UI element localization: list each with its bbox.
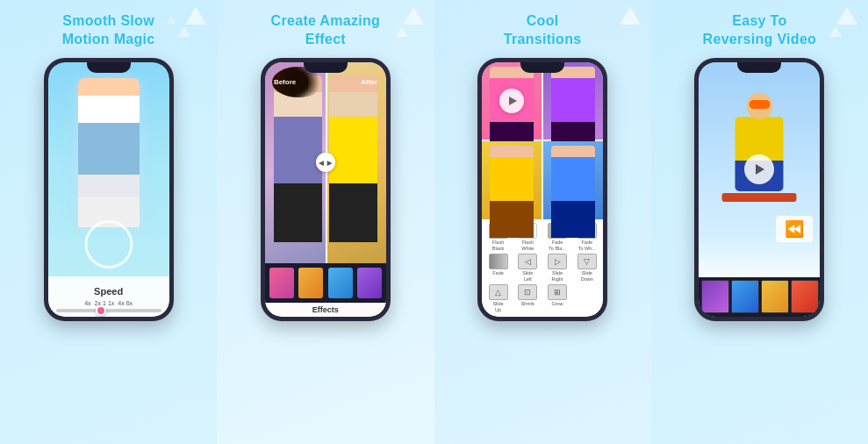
before-label: Before: [274, 78, 296, 86]
speed-ticks: 4x 2x 1 1x 4x 6x: [84, 300, 133, 306]
transitions-grid: [482, 62, 603, 219]
goggles: [749, 100, 770, 109]
filmstrip: [699, 277, 820, 317]
fade-box: [489, 254, 508, 269]
phone-mockup-2: Before After ◄►: [261, 58, 391, 321]
triangle-small-2: [396, 26, 408, 37]
speed-slider[interactable]: [56, 309, 161, 312]
slide-right-label: Slide Right: [552, 270, 563, 282]
icon-slide-right: ▷ Slide Right: [543, 254, 572, 282]
panel-slow-motion: Smooth Slow Motion Magic Speed 4x 2x 1 1…: [0, 0, 217, 444]
effects-strip: [265, 263, 386, 303]
play-btn-4[interactable]: [744, 154, 774, 184]
icon-shrink: ⊡ Shrink: [513, 284, 542, 312]
triangle-large: [185, 7, 206, 25]
before-after-split: Before After ◄►: [265, 62, 386, 263]
icon-grow: ⊞ Grow: [543, 284, 572, 312]
flash-black-label: Flash Black: [492, 240, 504, 251]
trans-cell-4: [543, 141, 603, 219]
effect-thumb-3: [328, 268, 353, 298]
panel-transitions: Cool Transitions: [434, 0, 651, 444]
screen-4: ⏪: [699, 62, 820, 317]
phone-mockup-3: ■ Flash Black □ Flash White Fade To Bla.…: [477, 58, 607, 321]
screen-2: Before After ◄►: [265, 62, 386, 317]
panel-effects: Create Amazing Effect Before After ◄►: [217, 0, 434, 444]
shrink-box: ⊡: [518, 284, 537, 300]
grow-label: Grow: [551, 301, 563, 307]
split-handle[interactable]: ◄►: [316, 153, 335, 172]
effect-thumb-4: [357, 268, 382, 298]
trans-cell-2: [543, 62, 603, 140]
triangle-xs: [167, 16, 176, 24]
play-btn-1[interactable]: [499, 89, 524, 113]
panel-2-title: Create Amazing Effect: [271, 12, 381, 49]
effects-label: Effects: [265, 303, 386, 317]
film-frame-3: [761, 280, 789, 313]
head: [746, 93, 772, 119]
phone-mockup-1: Speed 4x 2x 1 1x 4x 6x: [44, 58, 174, 321]
rewind-button[interactable]: ⏪: [776, 216, 813, 242]
flash-white-label: Flash White: [521, 240, 534, 251]
fade-white-label: Fade To Wh...: [578, 240, 596, 251]
triangle-large-3: [620, 7, 641, 25]
icon-slide-up: △ Slide Up: [484, 284, 513, 312]
slide-up-label: Slide Up: [492, 301, 503, 312]
main-figure: [78, 78, 140, 227]
icon-slide-down: ▽ Slide Down: [572, 254, 601, 282]
circle-ring: [84, 220, 133, 269]
grow-box: ⊞: [548, 284, 567, 300]
panel-4-title: Easy To Reversing Video: [703, 12, 817, 49]
film-frame-2: [731, 280, 759, 313]
icon-slide-left: ◁ Slide Left: [513, 254, 542, 282]
snowboard-scene: ⏪: [699, 62, 820, 277]
slide-down-box: ▽: [577, 254, 597, 269]
triangle-small: [178, 26, 190, 37]
triangle-large-4: [836, 7, 857, 25]
snowboard: [722, 193, 797, 202]
trans-cell-1: [482, 62, 542, 140]
speed-label: Speed: [94, 286, 123, 297]
woman-before: [274, 75, 322, 242]
speed-section: Speed 4x 2x 1 1x 4x 6x: [48, 286, 169, 312]
phone-mockup-4: ⏪: [694, 58, 824, 321]
slide-left-box: ◁: [518, 254, 537, 269]
phone-notch-3: [520, 62, 564, 73]
phone-notch-2: [304, 62, 348, 73]
panel-1-title: Smooth Slow Motion Magic: [62, 12, 155, 49]
triangle-small-4: [829, 26, 842, 37]
screen-3: ■ Flash Black □ Flash White Fade To Bla.…: [482, 62, 603, 317]
film-frame-1: [701, 280, 729, 313]
slide-down-label: Slide Down: [581, 270, 593, 282]
screen-1: Speed 4x 2x 1 1x 4x 6x: [48, 62, 169, 317]
play-triangle-1: [509, 97, 517, 105]
fade-label: Fade: [492, 270, 504, 276]
trans-cell-3: [482, 141, 542, 219]
play-tri-4: [756, 164, 764, 175]
phone-notch-4: [737, 62, 781, 73]
girl-3: [490, 146, 534, 238]
icon-fade: Fade: [484, 254, 513, 282]
body: [735, 117, 784, 161]
snowboarder-figure: [722, 89, 797, 203]
triangle-large-2: [403, 7, 424, 25]
film-frame-4: [791, 280, 819, 313]
speed-thumb[interactable]: [96, 305, 106, 316]
shrink-label: Shrink: [520, 301, 534, 307]
panel-reverse: Easy To Reversing Video: [651, 0, 868, 444]
fade-black-label: Fade To Bla...: [549, 240, 566, 251]
panel-3-title: Cool Transitions: [504, 12, 582, 49]
woman-after: [329, 75, 377, 242]
after-label: After: [361, 78, 377, 86]
slide-left-label: Slide Left: [522, 270, 533, 282]
slide-right-box: ▷: [548, 254, 567, 269]
girl-4: [551, 146, 595, 238]
effect-thumb-2: [298, 268, 323, 298]
effect-thumb-1: [269, 268, 294, 298]
phone-notch-1: [87, 62, 131, 73]
slide-up-box: △: [489, 284, 508, 300]
